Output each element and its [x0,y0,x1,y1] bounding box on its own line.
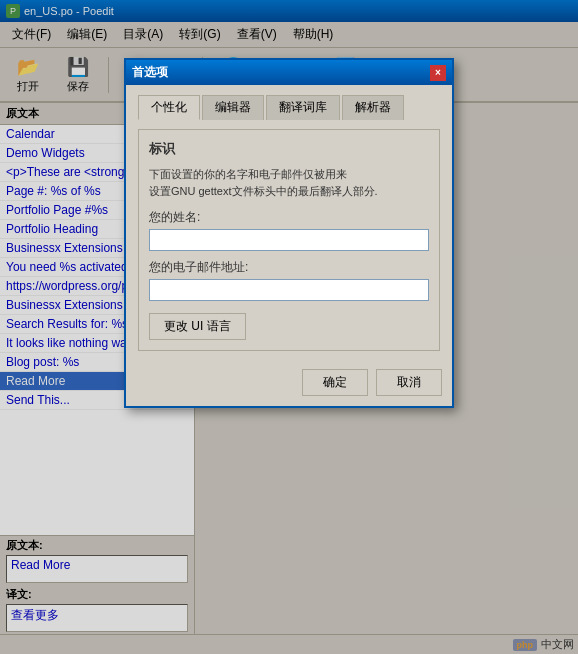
section-description: 下面设置的你的名字和电子邮件仅被用来设置GNU gettext文件标头中的最后翻… [149,166,429,199]
cancel-button[interactable]: 取消 [376,369,442,396]
tab-content: 标识 下面设置的你的名字和电子邮件仅被用来设置GNU gettext文件标头中的… [138,129,440,351]
dialog-content: 个性化 编辑器 翻译词库 解析器 标识 下面设置的你的名字和电子邮件仅被用来设置… [126,85,452,361]
dialog-title: 首选项 [132,64,168,81]
dialog-buttons: 确定 取消 [126,361,452,406]
name-input[interactable] [149,229,429,251]
email-label: 您的电子邮件地址: [149,259,429,276]
tab-bar: 个性化 编辑器 翻译词库 解析器 [138,95,440,119]
dialog-close-button[interactable]: × [430,65,446,81]
tab-editor[interactable]: 编辑器 [202,95,264,120]
tab-personalize[interactable]: 个性化 [138,95,200,120]
email-input[interactable] [149,279,429,301]
dialog-overlay: 首选项 × 个性化 编辑器 翻译词库 解析器 标识 下面设置的你的名字和电子邮件… [0,0,578,654]
tab-parser[interactable]: 解析器 [342,95,404,120]
name-label: 您的姓名: [149,209,429,226]
change-language-button[interactable]: 更改 UI 语言 [149,313,246,340]
section-title: 标识 [149,140,429,158]
ok-button[interactable]: 确定 [302,369,368,396]
dialog-title-bar: 首选项 × [126,60,452,85]
preferences-dialog: 首选项 × 个性化 编辑器 翻译词库 解析器 标识 下面设置的你的名字和电子邮件… [124,58,454,408]
tab-translation-memory[interactable]: 翻译词库 [266,95,340,120]
